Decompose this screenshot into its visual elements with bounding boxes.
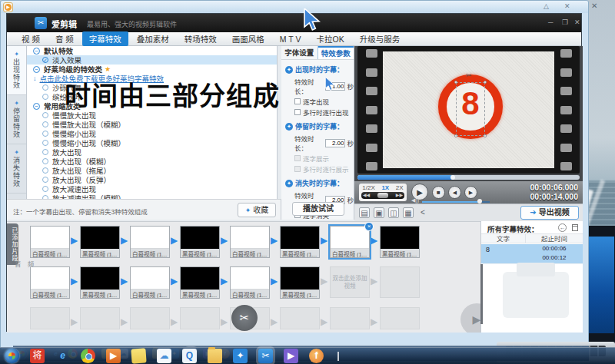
player-minimize-icon[interactable]: △ [544,2,549,11]
taskbar-icon-sticky-notes[interactable] [131,348,146,363]
subtitle-selection-box[interactable] [456,82,485,136]
transition-arrow-icon[interactable]: ▶ [171,276,180,286]
add-video-placeholder[interactable]: 双击此处添加视频 [330,266,370,298]
param-check-0-1[interactable]: 多行时逐行出现 [294,108,354,117]
taskbar-icon-fengxing[interactable]: ▶ [284,349,298,363]
transition-arrow-icon[interactable]: ▶ [221,316,230,327]
transition-arrow-icon[interactable]: ▶ [371,276,380,286]
subtitle-row-0[interactable]: 800:00:0600:00:12 [481,244,583,264]
speed-option-0[interactable]: 1/2X [362,184,374,191]
export-video-button[interactable]: ➔导出视频 [520,206,579,220]
transition-arrow-icon[interactable]: ▶ [271,276,280,286]
sidebar-tab-2[interactable]: ✦消失特效 [7,144,26,194]
timeline-clip[interactable]: 白幕视频 (1... [230,226,270,258]
prev-frame-button[interactable]: ◀ [448,186,461,199]
transition-arrow-icon[interactable]: ▶ [121,316,130,327]
menu-tab-1[interactable]: 音 频 [48,31,81,46]
timeline-clip[interactable]: 黑幕视频 (1... [280,226,320,258]
taskbar-icon-chrome[interactable] [81,349,95,363]
restore-icon[interactable]: ❐ [562,18,568,26]
menu-tab-2[interactable]: 字幕特效 [82,31,128,46]
transition-arrow-icon[interactable]: ▶ [121,235,130,246]
transition-arrow-icon[interactable]: ▶ [71,235,80,246]
timeline-clip[interactable]: 白幕视频 (1... [130,226,170,258]
transition-arrow-icon[interactable]: ▶ [321,276,330,286]
next-frame-button[interactable]: ▶ [464,186,477,199]
menu-tab-4[interactable]: 转场特效 [178,31,224,46]
favorite-button[interactable]: ✦收藏 [238,203,276,217]
param-check-0-0[interactable]: 逐字出现 [294,97,354,106]
jog-shuttle[interactable]: ◀◀▶▶ [361,192,404,199]
transition-arrow-icon[interactable]: ▶ [221,235,230,246]
taskbar-icon-qq[interactable]: Q [182,349,197,363]
taskbar-icon-app-jiang[interactable]: 将 [30,349,45,363]
transition-arrow-icon[interactable]: ▶ [371,235,380,246]
timeline-clip[interactable]: 白幕视频 (1... [230,266,270,299]
checkbox-icon[interactable] [294,109,301,115]
transition-arrow-icon[interactable]: ▶ [121,276,130,286]
taskbar-icon-media-player[interactable]: ▶ [106,349,121,363]
minimize-icon[interactable]: ─ [548,18,553,26]
menu-tab-0[interactable]: 视 频 [15,31,47,46]
taskbar-icon-start-orb[interactable] [5,349,19,363]
play-try-button[interactable]: 播放试试 [292,202,344,216]
speed-option-1[interactable]: 1X [381,184,389,191]
taskbar-icon-cloud-browser[interactable]: ☁ [157,349,171,363]
remove-clip-icon[interactable]: × [364,222,374,231]
trash-icon[interactable] [572,224,578,231]
player-close-icon[interactable]: ✕ [564,2,570,11]
timeline-clip[interactable]: 黑幕视频 (1... [380,226,420,258]
desktop-close-icon[interactable]: ✕ [591,2,597,10]
save-icon[interactable]: ▤ [359,207,370,218]
selection-scissors-icon[interactable]: ✂ [466,71,472,79]
timeline-clip[interactable]: 黑幕视频 (1... [280,266,320,299]
timeline-clip[interactable]: 黑幕视频 (1... [180,226,220,258]
share-icon[interactable]: < [417,207,428,218]
transition-arrow-icon[interactable]: ▶ [71,316,80,327]
stop-button[interactable]: ■ [432,186,445,199]
menu-tab-3[interactable]: 叠加素材 [130,31,176,46]
duration-input-1[interactable] [325,139,345,147]
transition-arrow-icon[interactable]: ▶ [371,316,380,327]
open-folder-icon[interactable]: ▣ [374,207,384,218]
sidebar-tab-0[interactable]: ✦出现特效 [7,46,26,95]
player-play-icon[interactable]: ▶ [3,2,13,12]
snapshot-icon[interactable]: ◫ [388,207,399,218]
menu-tab-6[interactable]: M T V [273,33,308,45]
transition-arrow-icon[interactable]: ▶ [321,235,330,246]
timeline-clip[interactable]: 白幕视频 (1...× [330,226,370,258]
video-frame[interactable]: 8 ✂ [383,51,554,168]
taskbar-icon-folder[interactable] [208,349,222,363]
timeline-clip[interactable]: 白幕视频 (1... [30,266,70,299]
transition-arrow-icon[interactable]: ▶ [171,316,180,327]
timeline-clip[interactable]: 白幕视频 (1... [130,266,170,299]
timeline-clip[interactable]: 黑幕视频 (1... [180,266,220,299]
speed-option-2[interactable]: 2X [396,184,404,191]
checkbox-icon[interactable] [294,98,301,104]
menu-tab-8[interactable]: 升级与服务 [353,31,407,46]
settings-icon[interactable]: ▦ [403,207,414,218]
close-icon[interactable]: ✕ [574,18,580,26]
split-clip-button[interactable]: ✂ [231,305,258,331]
transition-arrow-icon[interactable]: ▶ [171,235,180,246]
transition-arrow-icon[interactable]: ▶ [271,235,280,246]
taskbar-icon-firefox[interactable]: f [309,349,324,363]
menu-tab-5[interactable]: 画面风格 [225,31,271,46]
transition-arrow-icon[interactable]: ▶ [71,276,80,286]
menu-tab-7[interactable]: 卡拉OK [309,31,351,46]
undo-icon[interactable]: ← [558,223,567,232]
timeline-clip[interactable]: 黑幕视频 (1... [80,266,120,299]
taskbar-icon-aijianji[interactable]: ✂ [258,349,273,363]
timeline-clip[interactable]: 黑幕视频 (1... [80,226,120,258]
timeline-clip[interactable]: 白幕视频 (1... [30,226,70,258]
playback-progress-bar[interactable] [357,175,580,180]
timeline-action-button[interactable]: ▶ [460,303,480,333]
transition-arrow-icon[interactable]: ▶ [271,316,280,327]
taskbar-icon-thunder[interactable]: ✦ [233,349,248,363]
taskbar-icon-internet-explorer[interactable]: e [55,349,70,363]
params-tab-1[interactable]: 特效参数 [318,46,354,59]
params-tab-0[interactable]: 字体设置 [281,46,318,59]
transition-arrow-icon[interactable]: ▶ [321,316,330,327]
transition-arrow-icon[interactable]: ▶ [221,276,230,286]
sidebar-tab-1[interactable]: ✦停留特效 [7,95,26,144]
